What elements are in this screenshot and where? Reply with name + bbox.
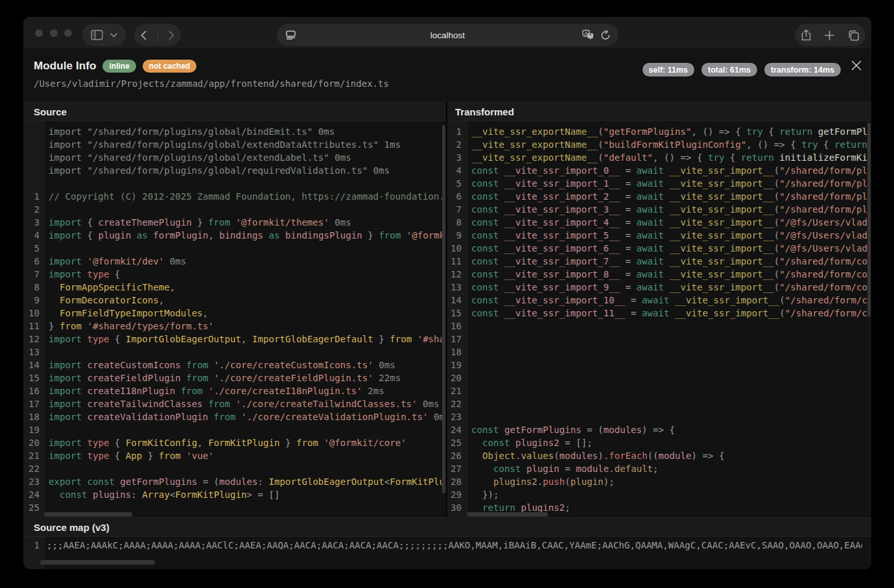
source-vscrollbar-thumb[interactable] bbox=[442, 125, 445, 493]
minimize-window-button[interactable] bbox=[50, 29, 58, 37]
line-content: const __vite_ssr_import_5__ = await __vi… bbox=[465, 229, 867, 242]
transformed-hscrollbar-thumb[interactable] bbox=[467, 512, 548, 517]
url-text[interactable]: localhost bbox=[277, 30, 618, 40]
source-hscrollbar-thumb[interactable] bbox=[44, 512, 132, 517]
close-window-button[interactable] bbox=[35, 29, 43, 37]
line-number: 7 bbox=[23, 268, 42, 281]
line-content bbox=[465, 410, 471, 423]
sidebar-controls bbox=[82, 24, 126, 46]
source-code-editor[interactable]: import "/shared/form/plugins/global/bind… bbox=[23, 121, 446, 517]
inline-badge: inline bbox=[102, 60, 135, 73]
code-line bbox=[23, 177, 442, 190]
line-content: const __vite_ssr_import_8__ = await __vi… bbox=[465, 268, 867, 281]
new-tab-button[interactable] bbox=[825, 30, 834, 40]
close-button[interactable] bbox=[851, 60, 862, 71]
line-content: import { createThemePlugin } from '@form… bbox=[42, 216, 351, 229]
line-content: export const getFormPlugins = (modules: … bbox=[42, 475, 442, 488]
plus-icon bbox=[825, 30, 834, 40]
line-content: ;;;AAEA;AAAkC;AAAA;AAAA;AAAA;AAClC;AAEA;… bbox=[42, 539, 862, 552]
code-line: 20import type { FormKitConfig, FormKitPl… bbox=[23, 436, 442, 449]
line-content: const __vite_ssr_import_11__ = await __v… bbox=[465, 307, 867, 320]
line-number: 12 bbox=[23, 333, 42, 346]
code-line: 20 bbox=[447, 371, 867, 384]
share-button[interactable] bbox=[801, 29, 811, 41]
line-content bbox=[42, 177, 49, 190]
line-number: 12 bbox=[447, 268, 465, 281]
sourcemap-line: 1;;;AAEA;AAAkC;AAAA;AAAA;AAAA;AAClC;AAEA… bbox=[23, 539, 862, 552]
line-number bbox=[23, 151, 42, 164]
line-number: 1 bbox=[23, 539, 42, 552]
line-number: 4 bbox=[23, 229, 42, 242]
line-number: 16 bbox=[23, 384, 42, 397]
line-number: 25 bbox=[447, 436, 465, 449]
line-number: 5 bbox=[447, 177, 465, 190]
line-content: const __vite_ssr_import_1__ = await __vi… bbox=[465, 177, 867, 190]
sourcemap-body[interactable]: 1;;;AAEA;AAAkC;AAAA;AAAA;AAAA;AAClC;AAEA… bbox=[23, 537, 871, 569]
line-content: const __vite_ssr_import_2__ = await __vi… bbox=[465, 190, 867, 203]
reload-icon[interactable] bbox=[600, 30, 611, 40]
transformed-vscrollbar-thumb[interactable] bbox=[867, 123, 871, 317]
back-button[interactable] bbox=[141, 30, 147, 40]
line-number: 19 bbox=[447, 359, 465, 371]
line-content: const __vite_ssr_import_6__ = await __vi… bbox=[465, 242, 867, 255]
code-line: 18import createValidationPlugin from './… bbox=[23, 410, 442, 423]
line-content: import "/shared/form/plugins/global/exte… bbox=[42, 138, 401, 151]
chevron-right-icon bbox=[169, 30, 174, 40]
address-bar[interactable]: localhost A * bbox=[277, 24, 618, 46]
line-number: 19 bbox=[23, 423, 42, 436]
code-line: 28 plugins2.push(plugin); bbox=[447, 475, 867, 488]
code-line: 22 bbox=[23, 462, 442, 475]
code-line: 1;;;AAEA;AAAkC;AAAA;AAAA;AAAA;AAClC;AAEA… bbox=[23, 539, 862, 552]
code-line: 23 bbox=[447, 410, 867, 423]
code-line: 19 bbox=[447, 359, 867, 371]
zoom-window-button[interactable] bbox=[64, 29, 72, 37]
tab-overview-button[interactable] bbox=[848, 30, 859, 41]
line-number: 24 bbox=[23, 488, 42, 501]
traffic-lights bbox=[35, 29, 72, 37]
line-number bbox=[23, 177, 42, 190]
code-line: 5 bbox=[23, 242, 442, 255]
chevron-left-icon bbox=[141, 30, 147, 40]
forward-button[interactable] bbox=[169, 30, 174, 40]
line-number: 8 bbox=[23, 281, 42, 294]
line-content: const __vite_ssr_import_7__ = await __vi… bbox=[465, 255, 867, 268]
code-line: 8 FormAppSpecificTheme, bbox=[23, 281, 442, 294]
line-number bbox=[23, 138, 42, 151]
line-content: // Copyright (C) 2012-2025 Zammad Founda… bbox=[42, 190, 442, 203]
line-number: 11 bbox=[447, 255, 465, 268]
line-content bbox=[465, 346, 471, 359]
line-number: 11 bbox=[23, 320, 42, 333]
code-line: 6const __vite_ssr_import_2__ = await __v… bbox=[447, 190, 867, 203]
code-line: 7const __vite_ssr_import_3__ = await __v… bbox=[447, 203, 867, 216]
line-number: 18 bbox=[447, 346, 465, 359]
line-number: 14 bbox=[447, 294, 465, 307]
code-line: 12const __vite_ssr_import_8__ = await __… bbox=[447, 268, 867, 281]
code-line: 6import '@formkit/dev' 0ms bbox=[23, 255, 442, 268]
code-line: import "/shared/form/plugins/global/exte… bbox=[23, 151, 442, 164]
line-content: } from '#shared/types/form.ts' bbox=[42, 320, 214, 333]
code-line: 13const __vite_ssr_import_9__ = await __… bbox=[447, 281, 867, 294]
line-number: 27 bbox=[447, 462, 465, 475]
line-content: import type { FormKitConfig, FormKitPlug… bbox=[42, 436, 406, 449]
code-line: 15const __vite_ssr_import_11__ = await _… bbox=[447, 307, 867, 320]
line-content: __vite_ssr_exportName__("buildFormKitPlu… bbox=[465, 138, 867, 151]
address-bar-right-controls: A * bbox=[582, 30, 611, 41]
transformed-code-editor[interactable]: 1__vite_ssr_exportName__("getFormPlugins… bbox=[447, 121, 871, 517]
share-icon bbox=[801, 29, 811, 41]
line-content: const __vite_ssr_import_9__ = await __vi… bbox=[465, 281, 867, 294]
line-content bbox=[465, 397, 471, 410]
sourcemap-hscrollbar-thumb[interactable] bbox=[40, 560, 155, 565]
line-number bbox=[23, 164, 42, 177]
line-content: import type { ImportGlobEagerOutput, Imp… bbox=[42, 333, 442, 346]
code-line: 1__vite_ssr_exportName__("getFormPlugins… bbox=[447, 125, 867, 138]
line-content: import createTailwindClasses from './cor… bbox=[42, 397, 440, 410]
sidebar-toggle-button[interactable] bbox=[91, 30, 103, 40]
line-number: 17 bbox=[23, 397, 42, 410]
line-content: import createFieldPlugin from './core/cr… bbox=[42, 371, 401, 384]
line-content: const plugins2 = []; bbox=[465, 436, 593, 449]
line-number: 2 bbox=[447, 138, 465, 151]
sidebar-chevron-button[interactable] bbox=[110, 33, 117, 38]
translate-icon[interactable]: A * bbox=[582, 30, 594, 41]
line-content: const __vite_ssr_import_4__ = await __vi… bbox=[465, 216, 867, 229]
chevron-down-icon bbox=[110, 33, 117, 38]
